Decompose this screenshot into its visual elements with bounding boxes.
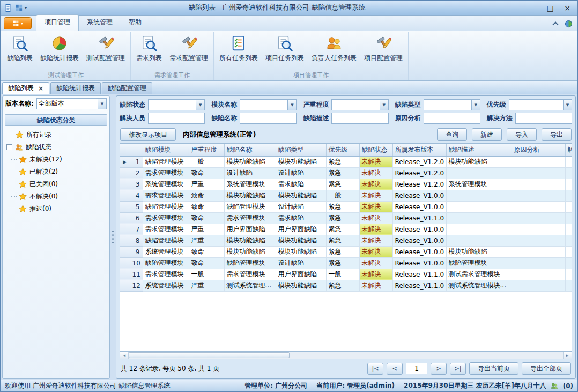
cell-severity[interactable]: 严重 bbox=[189, 235, 224, 246]
filter-input-solution[interactable] bbox=[515, 113, 572, 124]
grid-row-8[interactable]: 8缺陷管理模块严重模块功能缺陷模块功能缺陷紧急未解决Release_V1.0.0 bbox=[120, 235, 572, 246]
scroll-right-icon[interactable]: ► bbox=[563, 352, 572, 359]
cell-cause-analysis[interactable] bbox=[512, 269, 565, 280]
filter-input-defect-name[interactable] bbox=[240, 113, 297, 124]
cell-defect-type[interactable]: 模块功能缺陷 bbox=[276, 190, 326, 201]
cell-defect-type[interactable]: 需求缺陷 bbox=[276, 212, 326, 224]
prev-page-button[interactable]: < bbox=[387, 363, 403, 375]
cell-defect-name[interactable]: 模块功能缺陷 bbox=[224, 246, 276, 257]
cell-cause-analysis[interactable] bbox=[512, 190, 565, 201]
cell-release-version[interactable]: Release_V1.0.0 bbox=[392, 190, 446, 201]
skin-select-icon[interactable] bbox=[564, 19, 573, 28]
cell-solution[interactable] bbox=[565, 212, 572, 224]
chevron-down-icon[interactable]: ▼ bbox=[196, 100, 204, 110]
cell-defect-type[interactable]: 模块功能缺陷 bbox=[276, 156, 326, 167]
cell-cause-analysis[interactable] bbox=[512, 224, 565, 235]
column-header-severity[interactable]: 严重程度 bbox=[189, 144, 224, 156]
cell-priority[interactable]: 一般 bbox=[326, 269, 359, 280]
cell-release-version[interactable]: Release_V1.0.0 bbox=[392, 257, 446, 269]
tree-node-wont-fix[interactable]: 不解决(0) bbox=[3, 190, 109, 203]
cell-severity[interactable]: 致命 bbox=[189, 167, 224, 179]
filter-input-defect-desc[interactable] bbox=[331, 113, 388, 124]
cell-defect-module[interactable]: 需求管理模块 bbox=[143, 224, 189, 235]
quick-access-dropdown-icon[interactable]: ▾ bbox=[25, 5, 27, 10]
cell-defect-module[interactable]: 需求管理模块 bbox=[143, 167, 189, 179]
minimize-button[interactable]: – bbox=[525, 2, 541, 14]
cell-defect-module[interactable]: 需求管理模块 bbox=[143, 212, 189, 224]
maximize-button[interactable]: □ bbox=[542, 2, 558, 14]
column-header-priority[interactable]: 优先级 bbox=[326, 144, 359, 156]
filter-input-resolver[interactable] bbox=[148, 113, 205, 124]
filter-dropdown-defect-status[interactable]: ▼ bbox=[148, 99, 205, 110]
cell-defect-desc[interactable] bbox=[446, 224, 512, 235]
cell-defect-type[interactable]: 需求缺陷 bbox=[276, 179, 326, 190]
cell-release-version[interactable]: Release_V1.0.0 bbox=[392, 201, 446, 212]
cell-priority[interactable]: 紧急 bbox=[326, 179, 359, 190]
cell-release-version[interactable]: Release_V1.0.0 bbox=[392, 246, 446, 257]
cell-severity[interactable]: 致命 bbox=[189, 201, 224, 212]
cell-defect-type[interactable]: 模块功能缺陷 bbox=[276, 235, 326, 246]
cell-defect-name[interactable]: 模块功能缺陷 bbox=[224, 235, 276, 246]
cell-defect-name[interactable]: 缺陷管理模块 bbox=[224, 201, 276, 212]
cell-defect-name[interactable]: 模块功能缺陷 bbox=[224, 190, 276, 201]
grid-row-6[interactable]: 6需求管理模块致命需求管理模块需求缺陷紧急未解决Release_V1.1.0 bbox=[120, 212, 572, 224]
grid-row-3[interactable]: 3系统管理模块严重系统管理模块需求缺陷紧急未解决Release_V1.2.0系统… bbox=[120, 179, 572, 190]
ribbon-button-requirement-config[interactable]: 需求配置管理 bbox=[166, 33, 212, 64]
filter-dropdown-module-name[interactable]: ▼ bbox=[240, 99, 297, 110]
ribbon-button-project-tasks[interactable]: 项目任务列表 bbox=[262, 33, 308, 64]
cell-priority[interactable]: 紧急 bbox=[326, 246, 359, 257]
cell-release-version[interactable]: Release_V1.1.0 bbox=[392, 280, 446, 291]
cell-release-version[interactable]: Release_V1.2.0 bbox=[392, 156, 446, 167]
export-button[interactable]: 导出 bbox=[542, 128, 572, 141]
chevron-down-icon[interactable]: ▼ bbox=[471, 100, 480, 110]
cell-defect-module[interactable]: 系统管理模块 bbox=[143, 280, 189, 291]
ribbon-button-test-config[interactable]: 测试配置管理 bbox=[83, 33, 129, 64]
cell-defect-status[interactable]: 未解决 bbox=[359, 201, 392, 212]
column-header-defect-type[interactable]: 缺陷类型 bbox=[276, 144, 326, 156]
cell-release-version[interactable]: Release_V1.1.0 bbox=[392, 269, 446, 280]
version-dropdown[interactable]: 全部版本 ▼ bbox=[36, 98, 107, 109]
cell-defect-status[interactable]: 未解决 bbox=[359, 224, 392, 235]
cell-defect-type[interactable]: 用户界面缺陷 bbox=[276, 224, 326, 235]
column-header-defect-module[interactable]: 缺陷模块 bbox=[143, 144, 189, 156]
cell-release-version[interactable]: Release_V1.0.0 bbox=[392, 224, 446, 235]
cell-solution[interactable] bbox=[565, 257, 572, 269]
collapse-icon[interactable]: − bbox=[6, 144, 12, 150]
cell-solution[interactable] bbox=[565, 156, 572, 167]
new-button[interactable]: 新建 bbox=[472, 128, 502, 141]
cell-defect-name[interactable]: 模块功能缺陷 bbox=[224, 156, 276, 167]
cell-priority[interactable]: 一般 bbox=[326, 190, 359, 201]
grid-row-11[interactable]: 11需求管理模块一般需求管理模块用户界面缺陷一般未解决Release_V1.1.… bbox=[120, 269, 572, 280]
cell-defect-module[interactable]: 需求管理模块 bbox=[143, 190, 189, 201]
ribbon-button-defect-stats-report[interactable]: 缺陷统计报表 bbox=[36, 33, 83, 64]
grid-row-2[interactable]: 2需求管理模块致命设计缺陷设计缺陷紧急未解决Release_V1.2.0 bbox=[120, 167, 572, 179]
cell-defect-type[interactable]: 设计缺陷 bbox=[276, 257, 326, 269]
tree-node-all-records[interactable]: 所有记录 bbox=[3, 129, 109, 141]
cell-defect-desc[interactable]: 系统管理模块 bbox=[446, 179, 512, 190]
cell-cause-analysis[interactable] bbox=[512, 212, 565, 224]
column-header-defect-name[interactable]: 缺陷名称 bbox=[224, 144, 276, 156]
ribbon-button-all-tasks[interactable]: 所有任务列表 bbox=[216, 33, 262, 64]
cell-defect-module[interactable]: 缺陷管理模块 bbox=[143, 156, 189, 167]
cell-cause-analysis[interactable] bbox=[512, 167, 565, 179]
cell-defect-status[interactable]: 未解决 bbox=[359, 179, 392, 190]
cell-defect-name[interactable]: 设计缺陷 bbox=[224, 167, 276, 179]
cell-defect-status[interactable]: 未解决 bbox=[359, 167, 392, 179]
menu-tab-project-management[interactable]: 项目管理 bbox=[36, 14, 79, 31]
cell-priority[interactable]: 紧急 bbox=[326, 280, 359, 291]
column-header-cause-analysis[interactable]: 原因分析 bbox=[512, 144, 565, 156]
cell-defect-desc[interactable]: 测试需求管理模块 bbox=[446, 269, 512, 280]
grid-row-7[interactable]: 7需求管理模块严重用户界面缺陷用户界面缺陷紧急未解决Release_V1.0.0 bbox=[120, 224, 572, 235]
document-tab-defect-stats-report[interactable]: 缺陷统计报表 bbox=[50, 82, 101, 94]
cell-solution[interactable] bbox=[565, 269, 572, 280]
close-button[interactable]: × bbox=[559, 2, 575, 14]
cell-defect-status[interactable]: 未解决 bbox=[359, 190, 392, 201]
cell-severity[interactable]: 严重 bbox=[189, 224, 224, 235]
column-header-defect-desc[interactable]: 缺陷描述 bbox=[446, 144, 512, 156]
column-header-defect-status[interactable]: 缺陷状态 bbox=[359, 144, 392, 156]
cell-severity[interactable]: 一般 bbox=[189, 156, 224, 167]
close-tab-icon[interactable]: × bbox=[38, 85, 43, 92]
cell-defect-module[interactable]: 需求管理模块 bbox=[143, 269, 189, 280]
modify-display-button[interactable]: 修改显示项目 bbox=[120, 128, 176, 141]
cell-defect-type[interactable]: 设计缺陷 bbox=[276, 201, 326, 212]
